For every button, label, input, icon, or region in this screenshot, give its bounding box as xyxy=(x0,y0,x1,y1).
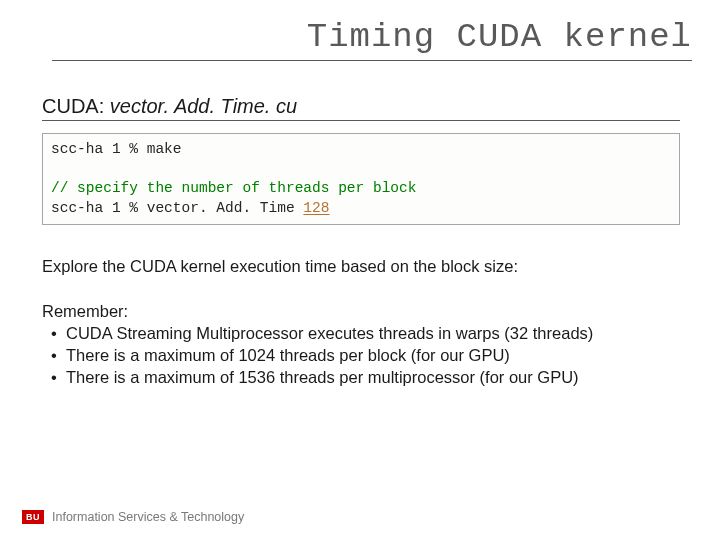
prompt-1: scc-ha 1 % xyxy=(51,141,147,157)
cmd-1: make xyxy=(147,141,182,157)
code-comment: // specify the number of threads per blo… xyxy=(51,179,671,199)
list-item: There is a maximum of 1024 threads per b… xyxy=(42,344,680,366)
bullet-text: CUDA Streaming Multiprocessor executes t… xyxy=(66,324,593,342)
list-item: CUDA Streaming Multiprocessor executes t… xyxy=(42,322,680,344)
section-heading-row: CUDA: vector. Add. Time. cu xyxy=(42,95,680,121)
explore-text: Explore the CUDA kernel execution time b… xyxy=(42,255,680,277)
prompt-2: scc-ha 1 % xyxy=(51,200,147,216)
remember-block: Remember: CUDA Streaming Multiprocessor … xyxy=(42,300,680,389)
code-line-2: scc-ha 1 % vector. Add. Time 128 xyxy=(51,199,671,219)
footer-org: Information Services & Technology xyxy=(52,510,244,524)
footer: BU Information Services & Technology xyxy=(22,510,244,524)
slide-title: Timing CUDA kernel xyxy=(52,18,692,61)
section-heading: CUDA: vector. Add. Time. cu xyxy=(42,95,680,121)
bu-logo-icon: BU xyxy=(22,510,44,524)
section-filename: vector. Add. Time. cu xyxy=(110,95,297,117)
title-container: Timing CUDA kernel xyxy=(0,0,720,61)
code-block: scc-ha 1 % make // specify the number of… xyxy=(42,133,680,225)
remember-heading: Remember: xyxy=(42,300,680,322)
bullet-text: There is a maximum of 1024 threads per b… xyxy=(66,346,510,364)
remember-list: CUDA Streaming Multiprocessor executes t… xyxy=(42,322,680,389)
list-item: There is a maximum of 1536 threads per m… xyxy=(42,366,680,388)
bullet-text: There is a maximum of 1536 threads per m… xyxy=(66,368,579,386)
cmd-2-arg: 128 xyxy=(303,200,329,216)
section-prefix: CUDA: xyxy=(42,95,110,117)
cmd-2: vector. Add. Time xyxy=(147,200,304,216)
code-blank xyxy=(51,160,671,180)
code-line-1: scc-ha 1 % make xyxy=(51,140,671,160)
